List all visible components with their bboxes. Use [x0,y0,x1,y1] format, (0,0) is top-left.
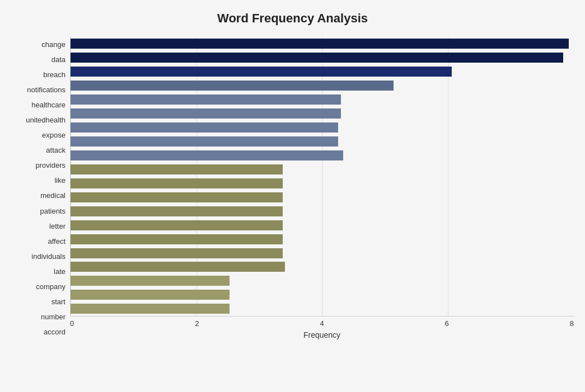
bar [71,304,230,314]
bar-row [71,288,574,301]
chart-container: Word Frequency Analysis changedatabreach… [0,0,585,392]
bar-row [71,149,574,162]
bar [71,276,230,286]
bar [71,234,283,244]
chart-area: changedatabreachnotificationshealthcareu… [11,37,574,339]
bars-and-xaxis: 02468 Frequency [70,37,574,339]
bar [71,178,283,188]
bar [71,81,394,91]
bar-row [71,79,574,92]
x-axis: 02468 [70,317,574,328]
bar-row [71,191,574,204]
y-label: accord [44,328,65,336]
x-tick: 2 [195,319,199,328]
y-label: expose [42,131,65,139]
bar-row [71,177,574,190]
chart-title: Word Frequency Analysis [11,11,574,26]
bar-row [71,51,574,64]
bar [71,122,338,133]
y-label: like [54,177,65,184]
x-tick: 0 [70,319,74,328]
bar-row [71,121,574,134]
bars-section [70,37,574,317]
y-label: late [54,268,65,275]
bar-row [71,302,574,315]
y-label: data [52,56,65,63]
bar [71,220,283,230]
y-label: affect [48,238,65,245]
bar-row [71,65,574,78]
x-tick: 6 [445,319,449,328]
bar-row [71,93,574,106]
bar-row [71,135,574,148]
y-label: start [52,298,65,305]
bar [71,108,341,119]
y-label: number [41,313,65,320]
bar-row [71,260,574,273]
bar [71,192,283,202]
bar-row [71,233,574,246]
y-label: providers [36,162,65,169]
y-label: medical [40,192,65,199]
y-label: unitedhealth [26,116,65,124]
bar [71,150,343,160]
bar [71,67,452,77]
y-label: letter [49,223,65,230]
y-axis: changedatabreachnotificationshealthcareu… [11,37,70,339]
bar-row [71,247,574,260]
bar [71,206,283,216]
y-label: company [36,283,65,290]
bar [71,53,563,63]
bar-row [71,205,574,218]
x-axis-label: Frequency [70,330,574,339]
bar [71,164,283,174]
y-label: breach [43,71,65,78]
bar [71,290,230,300]
y-label: attack [46,147,65,154]
bar-row [71,274,574,287]
y-label: individuals [31,253,65,260]
y-label: healthcare [31,101,65,108]
bar-row [71,37,574,50]
y-label: change [41,41,65,48]
y-label: notifications [27,86,65,93]
bar-row [71,219,574,232]
y-label: patients [40,207,65,215]
bar [71,136,338,147]
bar [71,262,285,272]
x-tick: 8 [570,319,574,328]
bar [71,39,569,49]
bar [71,248,283,258]
bar-row [71,107,574,120]
x-tick: 4 [320,319,324,328]
bar-row [71,163,574,176]
bar [71,95,341,105]
